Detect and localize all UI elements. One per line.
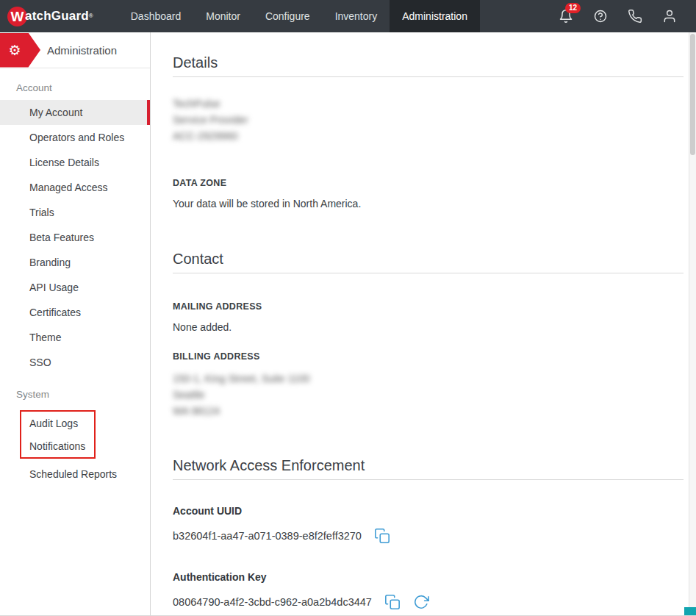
redacted-account-type: Service Provider <box>173 112 684 128</box>
red-annotation-highlight-box: Audit Logs Notifications <box>20 410 96 459</box>
sidebar-section-system: System <box>0 375 150 407</box>
redacted-account-number: ACC-2929960 <box>173 128 684 144</box>
primary-nav: Dashboard Monitor Configure Inventory Ad… <box>118 0 480 32</box>
billing-address-label: BILLING ADDRESS <box>173 351 684 362</box>
account-uuid-label: Account UUID <box>173 505 684 517</box>
redacted-account-name: TechPulse <box>173 96 684 112</box>
sidebar-item-certificates[interactable]: Certificates <box>0 300 150 325</box>
details-section: Details TechPulse Service Provider ACC-2… <box>173 54 684 209</box>
sidebar-item-beta-features[interactable]: Beta Features <box>0 225 150 250</box>
copy-authentication-key-icon[interactable] <box>384 594 401 610</box>
notifications-bell-icon[interactable]: 12 <box>559 9 573 24</box>
details-divider <box>173 76 684 77</box>
nae-divider <box>173 479 684 480</box>
details-heading: Details <box>173 54 684 71</box>
contact-section: Contact MAILING ADDRESS None added. BILL… <box>173 251 684 419</box>
vertical-scrollbar-track[interactable] <box>689 32 696 615</box>
nav-item-administration[interactable]: Administration <box>390 0 480 32</box>
sidebar-item-license-details[interactable]: License Details <box>0 150 150 175</box>
watchguard-logo[interactable]: W atchGuard ® <box>0 0 105 32</box>
logo-initial: W <box>11 10 24 24</box>
sidebar-item-api-usage[interactable]: API Usage <box>0 275 150 300</box>
logo-trademark: ® <box>89 12 93 20</box>
nav-item-dashboard[interactable]: Dashboard <box>118 0 194 32</box>
redacted-billing-city: Seattle <box>173 387 684 403</box>
sidebar-item-audit-logs[interactable]: Audit Logs <box>21 412 94 434</box>
topbar-icon-group: 12 <box>559 0 696 32</box>
contact-heading: Contact <box>173 251 684 268</box>
sidebar-item-sso[interactable]: SSO <box>0 350 150 375</box>
redacted-billing-street: 150-1, King Street, Suite 1100 <box>173 370 684 387</box>
phone-support-icon[interactable] <box>628 9 642 24</box>
authentication-key-value: 08064790-a4f2-3cbd-c962-a0a2b4dc3447 <box>173 596 372 608</box>
account-user-icon[interactable] <box>662 9 677 24</box>
sidebar-item-managed-access[interactable]: Managed Access <box>0 175 150 200</box>
nae-heading: Network Access Enforcement <box>173 457 684 474</box>
my-account-content: Details TechPulse Service Provider ACC-2… <box>151 32 689 615</box>
sidebar-item-theme[interactable]: Theme <box>0 325 150 350</box>
nav-item-inventory[interactable]: Inventory <box>323 0 390 32</box>
top-navigation-bar: W atchGuard ® Dashboard Monitor Configur… <box>0 0 696 32</box>
account-uuid-value: b32604f1-aa47-a071-0389-e8f2feff3270 <box>173 530 362 542</box>
sidebar-item-trials[interactable]: Trials <box>0 200 150 225</box>
copy-account-uuid-icon[interactable] <box>374 528 390 544</box>
sidebar-section-account: Account <box>0 68 150 100</box>
mailing-address-label: MAILING ADDRESS <box>173 301 684 312</box>
sidebar-title: Administration <box>47 44 117 57</box>
redacted-billing-state-zip: WA 98124 <box>173 403 684 419</box>
mailing-address-value: None added. <box>173 321 684 333</box>
help-icon[interactable] <box>593 9 608 24</box>
authentication-key-label: Authentication Key <box>173 571 684 583</box>
sidebar-item-notifications[interactable]: Notifications <box>21 434 94 457</box>
administration-sidebar: ⚙ Administration Account My Account Oper… <box>0 32 151 615</box>
vertical-scrollbar-thumb[interactable] <box>690 34 695 155</box>
nav-item-monitor[interactable]: Monitor <box>193 0 253 32</box>
watchguard-logo-mark-icon: W <box>7 7 27 26</box>
sidebar-item-my-account[interactable]: My Account <box>0 100 150 125</box>
chat-widget-corner[interactable] <box>684 607 696 615</box>
regenerate-authentication-key-icon[interactable] <box>413 594 429 610</box>
sidebar-header: ⚙ Administration <box>0 32 150 68</box>
network-access-enforcement-section: Network Access Enforcement Account UUID … <box>173 457 684 610</box>
contact-divider <box>173 273 684 273</box>
administration-gear-icon: ⚙ <box>0 33 40 68</box>
data-zone-label: DATA ZONE <box>173 178 684 188</box>
notification-count-badge[interactable]: 12 <box>565 3 581 13</box>
sidebar-item-branding[interactable]: Branding <box>0 250 150 275</box>
sidebar-item-operators-and-roles[interactable]: Operators and Roles <box>0 125 150 150</box>
logo-text: atchGuard <box>25 9 89 24</box>
data-zone-text: Your data will be stored in North Americ… <box>173 198 684 209</box>
sidebar-item-scheduled-reports[interactable]: Scheduled Reports <box>0 462 150 487</box>
nav-item-configure[interactable]: Configure <box>253 0 323 32</box>
